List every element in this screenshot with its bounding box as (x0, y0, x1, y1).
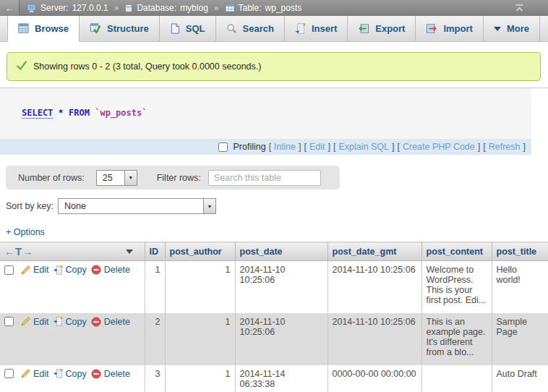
breadcrumb-database[interactable]: Database: myblog (124, 3, 207, 13)
row-select-checkbox[interactable] (4, 369, 14, 378)
cell-post-author: 1 (165, 313, 235, 365)
export-icon (358, 23, 369, 34)
bracket: [ (269, 142, 271, 152)
search-icon (226, 23, 237, 34)
delete-row-link[interactable]: Delete (91, 317, 130, 327)
edit-query-link[interactable]: Edit (309, 142, 325, 152)
refresh-link[interactable]: Refresh (489, 142, 521, 152)
cell-post-date: 2014-11-10 10:25:06 (235, 261, 327, 313)
cell-id: 2 (145, 313, 165, 365)
copy-row-link[interactable]: Copy (53, 369, 87, 379)
tab-structure[interactable]: Structure (80, 16, 160, 41)
status-message: Showing rows 0 - 2 (3 total, Query took … (7, 52, 541, 81)
number-of-rows-label: Number of rows: (18, 173, 85, 183)
tab-more[interactable]: More (484, 16, 540, 41)
column-header-post-date[interactable]: post_date (235, 242, 327, 261)
sort-by-key-value: None (59, 199, 203, 213)
table-row: Edit Copy Delete 2 1 2014-11-10 10:25:06… (0, 313, 548, 365)
breadcrumb-bar: ← Server: 127.0.0.1 » Database: myblog »… (0, 0, 548, 16)
cell-post-author: 1 (165, 365, 235, 392)
nav-left-icon[interactable]: ← (4, 246, 15, 257)
edit-row-link[interactable]: Edit (21, 317, 49, 327)
row-select-checkbox[interactable] (4, 317, 14, 326)
tab-label: Export (375, 23, 405, 34)
inline-link[interactable]: Inline (274, 142, 296, 152)
rows-filter-bar: Number of rows: 25 ▼ Filter rows: (6, 166, 340, 189)
table-value: wp_posts (265, 3, 302, 13)
sql-keyword-select[interactable]: SELECT (22, 108, 53, 119)
delete-icon (91, 265, 101, 275)
cell-id: 1 (145, 261, 165, 313)
options-toggle-link[interactable]: + Options (6, 227, 45, 237)
tab-label: Import (443, 23, 472, 34)
tab-export[interactable]: Export (348, 16, 416, 41)
edit-row-link[interactable]: Edit (21, 369, 49, 379)
delete-label: Delete (104, 317, 130, 327)
column-header-post-date-gmt[interactable]: post_date_gmt (327, 242, 421, 261)
profiling-label: Profiling (233, 142, 265, 152)
query-actions-bar: Profiling [ Inline ] [ Edit ] [ Explain … (0, 139, 531, 155)
back-button[interactable]: ← (0, 0, 20, 16)
breadcrumb-server[interactable]: Server: 127.0.0.1 (27, 3, 108, 13)
insert-icon (295, 23, 306, 34)
bracket: [ (483, 142, 485, 152)
delete-label: Delete (104, 369, 130, 379)
pencil-icon (21, 265, 30, 275)
server-label: Server: (40, 3, 69, 13)
delete-icon (91, 317, 101, 327)
rows-per-page-select[interactable]: 25 ▼ (96, 170, 137, 186)
breadcrumb-table[interactable]: Table: wp_posts (225, 3, 302, 13)
tab-search[interactable]: Search (216, 16, 285, 41)
copy-icon (53, 265, 63, 275)
tab-insert[interactable]: Insert (285, 16, 348, 41)
cell-post-content: Welcome to WordPress. This is your first… (421, 261, 492, 313)
server-value: 127.0.0.1 (72, 3, 108, 13)
profiling-checkbox[interactable] (218, 142, 228, 152)
create-php-code-link[interactable]: Create PHP Code (403, 142, 475, 152)
bracket: [ (397, 142, 399, 152)
delete-row-link[interactable]: Delete (91, 265, 130, 275)
nav-t-icon[interactable]: T (15, 245, 22, 257)
explain-sql-link[interactable]: Explain SQL (338, 142, 388, 152)
nav-right-icon[interactable]: → (22, 246, 33, 257)
copy-label: Copy (66, 265, 87, 275)
column-header-post-author[interactable]: post_author (165, 242, 235, 261)
rows-per-page-value: 25 (97, 171, 124, 185)
sort-descending-icon[interactable] (126, 250, 133, 254)
edit-row-link[interactable]: Edit (21, 265, 49, 275)
delete-label: Delete (104, 265, 130, 275)
copy-icon (53, 369, 63, 378)
server-icon (27, 4, 37, 13)
column-header-post-title[interactable]: post_title (492, 242, 548, 261)
column-header-post-content[interactable]: post_content (421, 242, 492, 261)
filter-rows-input[interactable] (208, 170, 321, 186)
tab-browse[interactable]: Browse (7, 16, 80, 42)
collapse-panel-icon[interactable] (514, 3, 525, 13)
tab-bar: Browse Structure SQL Search Insert Expor… (0, 16, 548, 42)
tab-label: Insert (312, 23, 337, 34)
cell-post-date-gmt: 0000-00-00 00:00:00 (327, 365, 421, 392)
phpmyadmin-browse-page: ← Server: 127.0.0.1 » Database: myblog »… (0, 0, 548, 392)
tab-import[interactable]: Import (416, 16, 483, 41)
cell-id: 3 (145, 365, 165, 392)
row-select-checkbox[interactable] (4, 265, 14, 275)
tab-sql[interactable]: SQL (160, 16, 216, 41)
copy-row-link[interactable]: Copy (53, 317, 87, 327)
sort-by-key-select[interactable]: None ▼ (58, 198, 216, 214)
database-value: myblog (180, 3, 208, 13)
database-icon (124, 4, 133, 13)
tab-label: Browse (35, 23, 69, 34)
column-header-id[interactable]: ID (145, 242, 165, 261)
row-actions-header: ←T→ (0, 242, 145, 261)
cell-post-date: 2014-11-10 10:25:06 (235, 313, 327, 365)
tab-label: Search (243, 23, 274, 34)
column-nav-controls[interactable]: ←T→ (4, 245, 33, 257)
pencil-icon (21, 369, 30, 378)
delete-row-link[interactable]: Delete (91, 369, 130, 379)
sort-by-key-label: Sort by key: (6, 201, 53, 211)
bracket: ] (478, 142, 480, 152)
table-row: Edit Copy Delete 3 1 2014-11-14 06:33:38… (0, 365, 548, 392)
tab-label: SQL (186, 23, 205, 34)
copy-row-link[interactable]: Copy (53, 265, 87, 275)
database-label: Database: (137, 3, 176, 13)
